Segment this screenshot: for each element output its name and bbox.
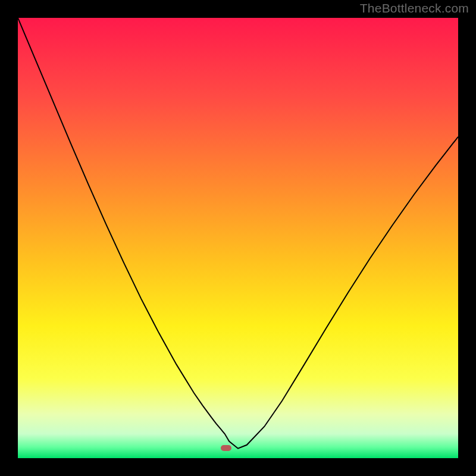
optimum-marker bbox=[221, 445, 231, 451]
watermark-text: TheBottleneck.com bbox=[360, 1, 469, 15]
plot-area bbox=[18, 18, 458, 458]
bottleneck-curve bbox=[18, 18, 458, 458]
chart-frame: TheBottleneck.com bbox=[0, 0, 476, 476]
